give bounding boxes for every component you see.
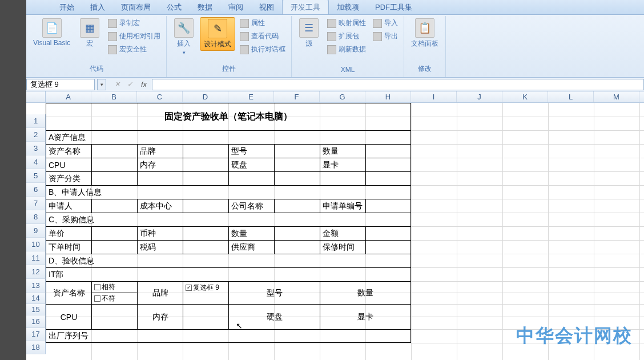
col-k[interactable]: K xyxy=(502,91,548,102)
import-icon xyxy=(373,19,382,28)
checkbox-match[interactable]: 相符 xyxy=(92,282,137,293)
row-header[interactable]: 10 xyxy=(26,238,46,251)
form-cell xyxy=(183,158,229,171)
col-h[interactable]: H xyxy=(365,91,411,102)
row-header[interactable]: 13 xyxy=(26,279,46,293)
col-a[interactable]: A xyxy=(46,91,91,102)
form-cell: 数量 xyxy=(320,145,366,158)
relative-ref-button[interactable]: 使用相对引用 xyxy=(106,30,163,42)
group-modify-label: 修改 xyxy=(408,63,442,76)
checkbox-icon xyxy=(94,295,100,302)
run-dialog-button[interactable]: 执行对话框 xyxy=(238,43,288,55)
tab-data[interactable]: 数据 xyxy=(190,0,220,14)
col-g[interactable]: G xyxy=(320,91,365,102)
checkbox-9[interactable]: 复选框 9 xyxy=(183,282,219,293)
col-j[interactable]: J xyxy=(457,91,502,102)
checkbox-icon xyxy=(186,285,192,291)
tab-pdf[interactable]: PDF工具集 xyxy=(367,0,420,14)
design-icon: ✎ xyxy=(208,19,227,38)
tab-layout[interactable]: 页面布局 xyxy=(113,0,159,14)
tab-formulas[interactable]: 公式 xyxy=(159,0,190,14)
hdd-label: 硬盘 xyxy=(229,305,320,329)
ribbon-tabs: 开始 插入 页面布局 公式 数据 审阅 视图 开发工具 加载项 PDF工具集 xyxy=(0,0,644,15)
design-mode-button[interactable]: ✎ 设计模式 xyxy=(200,17,235,51)
row-header[interactable]: 16 xyxy=(26,315,46,328)
name-box[interactable]: 复选框 9 xyxy=(26,79,95,90)
xml-source-button[interactable]: ☰ 源 xyxy=(295,17,323,50)
form-cell: 申请人 xyxy=(46,199,92,213)
formula-bar: 复选框 9 ▾ ✕ ✓ fx xyxy=(26,78,644,91)
group-controls: 🔧 插入 ▾ ✎ 设计模式 属性 查看代码 执行对话框 控件 xyxy=(167,16,292,77)
row-header[interactable]: 3 xyxy=(26,142,46,155)
properties-button[interactable]: 属性 xyxy=(238,17,288,29)
confirm-icon[interactable]: ✓ xyxy=(126,79,134,90)
fx-icon[interactable]: fx xyxy=(138,79,150,90)
row-header[interactable]: 2 xyxy=(26,128,46,142)
worksheet[interactable]: A B C D E F G H I J K L M 12345678910111… xyxy=(26,91,644,360)
export-button[interactable]: 导出 xyxy=(371,30,400,42)
view-code-button[interactable]: 查看代码 xyxy=(238,30,288,42)
row-header[interactable]: 7 xyxy=(26,197,46,210)
tab-view[interactable]: 视图 xyxy=(251,0,282,14)
formula-input[interactable] xyxy=(152,79,644,90)
row-header[interactable]: 1 xyxy=(26,114,46,128)
import-button[interactable]: 导入 xyxy=(371,17,400,29)
form-cell xyxy=(92,241,138,254)
visual-basic-button[interactable]: 📄 Visual Basic xyxy=(30,17,74,48)
name-box-dropdown[interactable]: ▾ xyxy=(97,79,106,90)
tab-addins[interactable]: 加载项 xyxy=(329,0,367,14)
col-c[interactable]: C xyxy=(137,91,183,102)
select-all-corner[interactable] xyxy=(26,91,46,102)
form-cell: 金额 xyxy=(320,227,366,240)
macro-security-button[interactable]: 宏安全性 xyxy=(106,43,163,55)
tab-home[interactable]: 开始 xyxy=(51,0,82,14)
group-xml-label: XML xyxy=(295,65,400,76)
tab-insert[interactable]: 插入 xyxy=(82,0,113,14)
cancel-icon[interactable]: ✕ xyxy=(113,79,121,90)
row-header[interactable]: 17 xyxy=(26,328,46,341)
row-header[interactable]: 4 xyxy=(26,155,46,169)
row-header[interactable]: 11 xyxy=(26,251,46,265)
row-header[interactable]: 9 xyxy=(26,224,46,238)
group-controls-label: 控件 xyxy=(170,63,288,76)
form-cell xyxy=(92,199,138,213)
row-header[interactable]: 5 xyxy=(26,169,46,183)
form-cell xyxy=(229,172,275,185)
row-header[interactable]: 8 xyxy=(26,210,46,224)
col-f[interactable]: F xyxy=(274,91,320,102)
row-header[interactable]: 6 xyxy=(26,183,46,197)
doc-panel-button[interactable]: 📋 文档面板 xyxy=(408,17,442,50)
col-b[interactable]: B xyxy=(91,91,137,102)
form-title: 固定资产验收单（笔记本电脑） xyxy=(46,103,411,130)
row-header[interactable]: 12 xyxy=(26,265,46,279)
row-header[interactable]: 18 xyxy=(26,341,46,354)
record-macro-button[interactable]: 录制宏 xyxy=(106,17,163,29)
col-m[interactable]: M xyxy=(594,91,639,102)
map-props-button[interactable]: 映射属性 xyxy=(325,17,368,29)
col-d[interactable]: D xyxy=(183,91,228,102)
form-cell: 单价 xyxy=(46,227,92,240)
group-code-label: 代码 xyxy=(30,63,163,76)
col-e[interactable]: E xyxy=(228,91,274,102)
form-cell xyxy=(366,145,411,158)
section-a: A资产信息 xyxy=(46,131,411,144)
col-i[interactable]: I xyxy=(411,91,457,102)
row-header[interactable]: 15 xyxy=(26,304,46,315)
section-c: C、采购信息 xyxy=(46,213,411,226)
mem-label: 内存 xyxy=(138,305,183,329)
row-header[interactable]: 14 xyxy=(26,293,46,304)
form-cell: 资产名称 xyxy=(46,145,92,158)
dialog-icon xyxy=(240,45,249,54)
doc-panel-icon: 📋 xyxy=(415,18,434,38)
refresh-data-button[interactable]: 刷新数据 xyxy=(325,43,368,55)
checkbox-nomatch[interactable]: 不符 xyxy=(92,293,137,304)
col-l[interactable]: L xyxy=(548,91,594,102)
macro-button[interactable]: ▦ 宏 xyxy=(76,17,103,50)
form-cell: 型号 xyxy=(229,145,275,158)
tab-developer[interactable]: 开发工具 xyxy=(282,0,329,14)
expand-pkg-button[interactable]: 扩展包 xyxy=(325,30,368,42)
insert-button[interactable]: 🔧 插入 ▾ xyxy=(170,17,198,57)
relative-icon xyxy=(108,32,117,41)
tab-review[interactable]: 审阅 xyxy=(220,0,251,14)
watermark: 中华会计网校 xyxy=(516,323,633,349)
